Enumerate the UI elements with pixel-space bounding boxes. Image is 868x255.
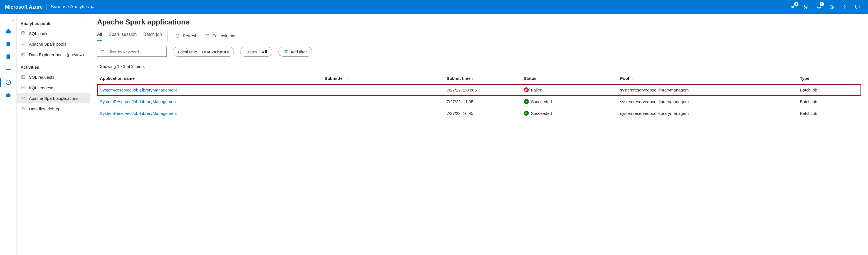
- time-filter-pill[interactable]: Local time : Last 24 hours: [173, 47, 234, 57]
- directory-switch-button[interactable]: [801, 1, 812, 12]
- cell-app-name: SystemReservedJob-LibraryManagement: [97, 107, 322, 119]
- sidebar-item-label: Data Explorer pools (preview): [29, 52, 84, 57]
- breadcrumb[interactable]: Synapse Analytics ▸: [47, 4, 94, 10]
- cell-submitter: [322, 84, 444, 96]
- rail-integrate[interactable]: [2, 63, 14, 76]
- rail-expand-button[interactable]: »: [0, 16, 17, 25]
- applications-table: Application name Submitter↑↓ Submit time…: [97, 72, 861, 119]
- cell-submit-time: 7/27/22, 10:45:: [444, 107, 521, 119]
- success-icon: ✓: [524, 99, 529, 104]
- announce-badge: 4: [794, 2, 799, 6]
- side-group-title: Activities: [17, 60, 90, 72]
- cell-pool: systemreservedpool-librarymanagem: [617, 96, 797, 107]
- sidebar-item-label: Apache Spark applications: [29, 96, 79, 101]
- refresh-button[interactable]: Refresh: [175, 33, 197, 38]
- main-content: Apache Spark applications AllSpark sessi…: [90, 14, 868, 255]
- col-pool[interactable]: Pool↑↓: [617, 72, 797, 84]
- gauge-icon: [5, 79, 11, 85]
- sort-icon: ↑↓: [345, 77, 349, 81]
- filter-input-wrap[interactable]: [97, 47, 167, 57]
- sidebar-item-icon: KQL: [21, 85, 26, 90]
- app-link[interactable]: SystemReservedJob-LibraryManagement: [100, 111, 177, 116]
- svg-rect-17: [207, 36, 209, 36]
- sidebar-item[interactable]: Apache Spark pools: [17, 39, 90, 49]
- cell-status: ✕Failed: [521, 84, 617, 96]
- sidebar-item-icon: [21, 41, 26, 46]
- svg-rect-15: [207, 34, 209, 35]
- sidebar-item[interactable]: SQLSQL pools: [17, 28, 90, 39]
- sidebar-item[interactable]: KQLKQL requests: [17, 82, 90, 93]
- svg-text:KQL: KQL: [22, 87, 25, 89]
- tab[interactable]: Spark session: [109, 31, 137, 41]
- filters-row: Local time : Last 24 hours Status : All …: [97, 47, 861, 57]
- cell-type: Batch job: [797, 96, 861, 107]
- showing-count: Showing 1 - 3 of 3 items: [97, 64, 861, 69]
- sidebar-item-icon: SQL: [21, 74, 26, 79]
- settings-button[interactable]: [826, 1, 837, 12]
- topbar-actions: 4 1: [788, 1, 863, 12]
- time-filter-value: Last 24 hours: [202, 50, 229, 54]
- sidebar-item-label: SQL pools: [29, 31, 49, 36]
- app-link[interactable]: SystemReservedJob-LibraryManagement: [100, 99, 177, 104]
- sidebar-item[interactable]: SQLSQL requests: [17, 72, 90, 82]
- svg-rect-2: [6, 69, 10, 70]
- cell-type: Batch job: [797, 84, 861, 96]
- col-type[interactable]: Type: [797, 72, 861, 84]
- sidebar-item-label: KQL requests: [29, 85, 54, 90]
- sidebar-item[interactable]: Data Explorer pools (preview): [17, 49, 90, 60]
- status-text: Failed: [531, 88, 542, 92]
- sort-up-icon: ↑: [471, 77, 473, 81]
- sidepanel-collapse-button[interactable]: «: [86, 15, 88, 20]
- table-row: SystemReservedJob-LibraryManagement7/27/…: [97, 96, 861, 107]
- rail-monitor[interactable]: [2, 76, 14, 89]
- cell-status: ✓Succeeded: [521, 96, 617, 107]
- sidebar-item[interactable]: Apache Spark applications: [17, 93, 90, 103]
- status-text: Succeeded: [531, 99, 552, 104]
- table-row: SystemReservedJob-LibraryManagement7/27/…: [97, 84, 861, 96]
- sidebar-item-label: Data flow debug: [29, 106, 59, 111]
- help-button[interactable]: [839, 1, 850, 12]
- svg-rect-1: [6, 55, 10, 59]
- col-submit-time[interactable]: Submit time↑: [444, 72, 521, 84]
- notifications-button[interactable]: 1: [813, 1, 825, 12]
- svg-point-6: [22, 31, 25, 33]
- sidebar-item-label: SQL requests: [29, 75, 54, 79]
- tab[interactable]: Batch job: [143, 31, 162, 41]
- edit-columns-button[interactable]: Edit columns: [205, 33, 237, 38]
- funnel-icon: [100, 50, 104, 54]
- rail-data[interactable]: [2, 38, 14, 50]
- status-filter-pill[interactable]: Status : All: [240, 47, 272, 57]
- col-submitter[interactable]: Submitter↑↓: [322, 72, 444, 84]
- table-wrap[interactable]: Application name Submitter↑↓ Submit time…: [97, 72, 861, 254]
- sort-icon: ↑↓: [630, 77, 633, 81]
- time-filter-label: Local time :: [178, 50, 199, 54]
- sidebar-item-icon: [21, 106, 26, 111]
- feedback-button[interactable]: [852, 1, 863, 12]
- table-header-row: Application name Submitter↑↓ Submit time…: [97, 72, 861, 84]
- tabs-row: AllSpark sessionBatch job Refresh Edit c…: [97, 31, 861, 41]
- svg-rect-5: [7, 93, 9, 95]
- svg-rect-14: [205, 34, 206, 35]
- filter-keyword-input[interactable]: [107, 50, 163, 54]
- cell-submit-time: 7/27/22, 2:04:05: [444, 84, 521, 96]
- cell-pool: systemreservedpool-librarymanagem: [617, 84, 797, 96]
- columns-icon: [205, 33, 210, 38]
- app-link[interactable]: SystemReservedJob-LibraryManagement: [100, 88, 177, 92]
- success-icon: ✓: [524, 111, 529, 116]
- cell-submitter: [322, 96, 444, 107]
- rail-home[interactable]: [2, 25, 14, 37]
- announce-button[interactable]: 4: [788, 1, 799, 12]
- azure-brand[interactable]: Microsoft Azure: [5, 4, 47, 10]
- funnel-plus-icon: [284, 50, 288, 54]
- sidebar-item-icon: [21, 96, 26, 101]
- col-app-name[interactable]: Application name: [97, 72, 322, 84]
- sidebar-item[interactable]: Data flow debug: [17, 103, 90, 114]
- tab[interactable]: All: [97, 31, 102, 41]
- gear-icon: [829, 4, 835, 10]
- notebook-icon: [5, 54, 11, 60]
- rail-develop[interactable]: [2, 51, 14, 63]
- add-filter-pill[interactable]: Add filter: [278, 47, 312, 57]
- rail-manage[interactable]: [2, 89, 14, 101]
- col-status[interactable]: Status: [521, 72, 617, 84]
- home-icon: [5, 28, 11, 34]
